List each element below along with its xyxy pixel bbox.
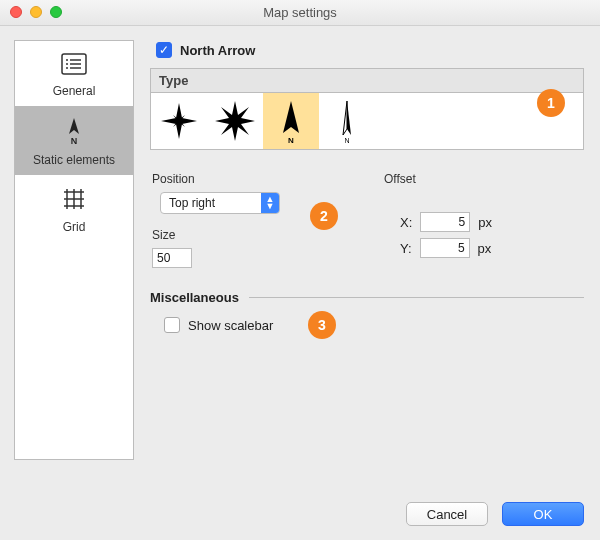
svg-point-3 bbox=[66, 63, 68, 65]
svg-text:N: N bbox=[288, 136, 294, 145]
compass-star-icon bbox=[159, 101, 199, 141]
show-scalebar-checkbox[interactable] bbox=[164, 317, 180, 333]
sidebar-item-general[interactable]: General bbox=[15, 41, 133, 106]
misc-header: Miscellaneous bbox=[150, 290, 239, 305]
callout-3: 3 bbox=[308, 311, 336, 339]
sidebar-item-static-elements[interactable]: N Static elements bbox=[15, 106, 133, 175]
window-controls bbox=[10, 6, 62, 18]
sidebar-item-grid[interactable]: Grid bbox=[15, 175, 133, 242]
offset-y-label: Y: bbox=[400, 241, 412, 256]
position-value: Top right bbox=[169, 196, 215, 210]
arrow-type-3[interactable]: N bbox=[319, 93, 375, 149]
position-label: Position bbox=[152, 172, 352, 186]
grid-icon bbox=[60, 185, 88, 213]
offset-label: Offset bbox=[384, 172, 584, 186]
callout-2: 2 bbox=[310, 202, 338, 230]
offset-y-input[interactable]: 5 bbox=[420, 238, 470, 258]
svg-text:N: N bbox=[344, 137, 349, 144]
size-label: Size bbox=[152, 228, 352, 242]
show-scalebar-label: Show scalebar bbox=[188, 318, 273, 333]
svg-marker-18 bbox=[215, 101, 255, 141]
sun-star-icon bbox=[213, 99, 257, 143]
sidebar-item-label: General bbox=[53, 84, 96, 98]
zoom-icon[interactable] bbox=[50, 6, 62, 18]
divider bbox=[249, 297, 584, 298]
offset-x-input[interactable]: 5 bbox=[420, 212, 470, 232]
north-arrow-icon: N bbox=[61, 116, 87, 146]
arrow-type-0[interactable] bbox=[151, 93, 207, 149]
svg-marker-19 bbox=[283, 101, 299, 133]
arrow-type-1[interactable] bbox=[207, 93, 263, 149]
list-icon bbox=[59, 51, 89, 77]
close-icon[interactable] bbox=[10, 6, 22, 18]
type-options: N N bbox=[151, 93, 583, 149]
select-stepper-icon: ▲▼ bbox=[261, 193, 279, 213]
arrow-type-box: Type N bbox=[150, 68, 584, 150]
type-header: Type bbox=[151, 69, 583, 93]
misc-header-row: Miscellaneous bbox=[150, 290, 584, 305]
svg-marker-22 bbox=[343, 101, 347, 135]
px-suffix: px bbox=[478, 215, 492, 230]
svg-marker-7 bbox=[69, 118, 79, 134]
svg-point-1 bbox=[66, 59, 68, 61]
titlebar: Map settings bbox=[0, 0, 600, 26]
ok-button[interactable]: OK bbox=[502, 502, 584, 526]
svg-marker-21 bbox=[347, 101, 351, 135]
position-select[interactable]: Top right ▲▼ bbox=[160, 192, 280, 214]
size-input[interactable]: 50 bbox=[152, 248, 192, 268]
thin-arrow-icon: N bbox=[332, 97, 362, 145]
arrow-n-icon: N bbox=[271, 97, 311, 145]
minimize-icon[interactable] bbox=[30, 6, 42, 18]
cancel-button[interactable]: Cancel bbox=[406, 502, 488, 526]
sidebar-item-label: Grid bbox=[63, 220, 86, 234]
north-arrow-checkbox[interactable]: ✓ bbox=[156, 42, 172, 58]
svg-text:N: N bbox=[71, 136, 78, 146]
window-title: Map settings bbox=[263, 5, 337, 20]
arrow-type-2[interactable]: N bbox=[263, 93, 319, 149]
offset-column: Offset X: 5 px Y: 5 px bbox=[382, 168, 584, 268]
px-suffix: px bbox=[478, 241, 492, 256]
sidebar-item-label: Static elements bbox=[33, 153, 115, 167]
sidebar: General N Static elements Grid bbox=[14, 40, 134, 460]
main-panel: ✓ North Arrow Type N bbox=[150, 40, 584, 333]
dialog-footer: Cancel OK bbox=[406, 502, 584, 526]
north-arrow-row: ✓ North Arrow bbox=[156, 42, 584, 58]
svg-point-5 bbox=[66, 67, 68, 69]
callout-1: 1 bbox=[537, 89, 565, 117]
north-arrow-label: North Arrow bbox=[180, 43, 255, 58]
offset-x-label: X: bbox=[400, 215, 412, 230]
